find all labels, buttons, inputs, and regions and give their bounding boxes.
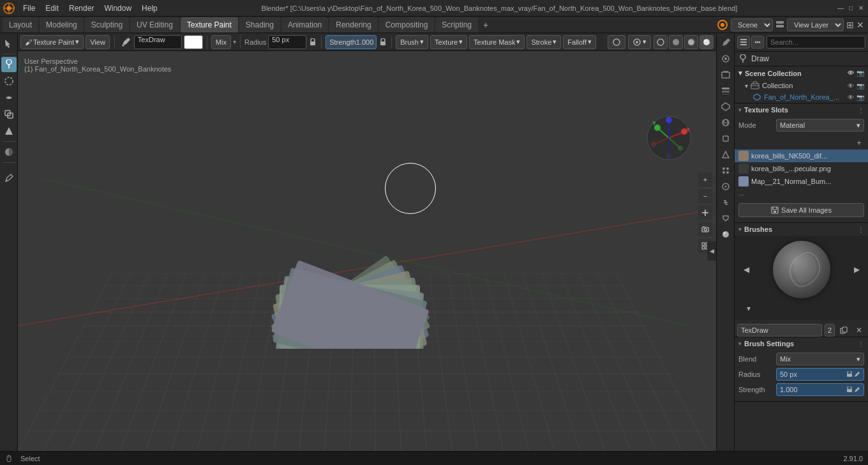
tab-uv-editing[interactable]: UV Editing	[130, 17, 179, 33]
properties-particles-icon[interactable]	[719, 164, 733, 178]
fullscreen-button[interactable]: ✕	[857, 20, 864, 30]
texture-slots-more-icon[interactable]: ⋮	[858, 107, 864, 114]
brushes-more-icon[interactable]: ⋮	[858, 226, 864, 233]
brushes-header[interactable]: ▾ Brushes ⋮	[735, 223, 868, 236]
brush-copy-button[interactable]	[837, 324, 850, 337]
brush-name-input[interactable]: TexDraw	[134, 35, 182, 49]
maximize-button[interactable]: □	[846, 4, 855, 13]
properties-data-icon[interactable]	[719, 211, 733, 225]
menu-help[interactable]: Help	[137, 3, 163, 14]
camera-button[interactable]	[698, 222, 712, 236]
properties-world-icon[interactable]	[719, 116, 733, 130]
outliner-eye-icon[interactable]: 👁	[848, 70, 854, 77]
tab-scripting[interactable]: Scripting	[435, 17, 478, 33]
properties-constraints-icon[interactable]	[719, 195, 733, 210]
brush-arrow-left-button[interactable]: ◀	[740, 263, 752, 276]
tab-sculpting[interactable]: Sculpting	[85, 17, 129, 33]
smear-tool-button[interactable]	[1, 90, 17, 105]
blend-mode-button[interactable]: Mix	[211, 35, 231, 49]
tab-compositing[interactable]: Compositing	[379, 17, 435, 33]
properties-material-icon[interactable]	[719, 227, 733, 241]
brush-expand-button[interactable]: ▾	[742, 302, 755, 315]
brush-name-display[interactable]: TexDraw	[737, 324, 822, 337]
texture-paint-mode-button[interactable]: 🖌 Texture Paint ▾	[20, 35, 84, 49]
brush-settings-header[interactable]: ▾ Brush Settings ⋮	[735, 337, 868, 350]
panel-search-input[interactable]	[767, 36, 865, 49]
draw-tool-button[interactable]	[1, 57, 17, 72]
overlay-button[interactable]: ▾	[628, 35, 651, 49]
strength-value-settings[interactable]: 1.000	[776, 383, 864, 396]
add-workspace-button[interactable]: +	[479, 19, 492, 31]
properties-output-icon[interactable]	[719, 68, 733, 82]
fill-tool-button[interactable]	[1, 123, 17, 139]
object-eye-icon[interactable]: 👁	[848, 94, 854, 101]
add-slot-button[interactable]: +	[854, 138, 864, 148]
strength-value[interactable]: 1.000	[356, 38, 374, 46]
texture-mask-button[interactable]: Texture Mask ▾	[469, 35, 525, 49]
solid-shading-button[interactable]	[669, 35, 683, 49]
falloff-button[interactable]: Falloff ▾	[563, 35, 596, 49]
properties-physics-icon[interactable]	[719, 179, 733, 194]
panel-list-view-button[interactable]	[737, 36, 750, 49]
tab-animation[interactable]: Animation	[281, 17, 328, 33]
brush-arrow-right-button[interactable]: ▶	[850, 263, 863, 276]
view-layer-selector[interactable]: View Layer	[787, 19, 844, 31]
object-item[interactable]: Fan_of_North_Korea_... 👁 📷	[735, 91, 868, 103]
brush-selector-button[interactable]: Brush ▾	[396, 35, 428, 49]
zoom-out-button[interactable]: −	[698, 189, 712, 203]
zoom-in-button[interactable]: +	[698, 172, 712, 187]
properties-view-layer-icon[interactable]	[719, 84, 733, 98]
tab-rendering[interactable]: Rendering	[329, 17, 377, 33]
blender-logo-icon[interactable]	[0, 0, 18, 17]
menu-render[interactable]: Render	[64, 3, 99, 14]
navigation-widget[interactable]: X Y Z	[646, 115, 692, 161]
tab-modeling[interactable]: Modeling	[40, 17, 84, 33]
menu-file[interactable]: File	[18, 3, 40, 14]
properties-scene-icon[interactable]	[719, 100, 733, 114]
stroke-button[interactable]: Stroke ▾	[527, 35, 561, 49]
viewport[interactable]: User Perspective (1) Fan_of_North_Korea_…	[18, 51, 716, 451]
properties-active-tool-icon[interactable]	[719, 36, 733, 50]
save-all-images-button[interactable]: Save All Images	[738, 203, 864, 217]
annotate-tool-button[interactable]	[1, 171, 17, 186]
scene-collection-header[interactable]: ▾ Scene Collection 👁 📷	[735, 66, 868, 80]
texture-slot-2[interactable]: korea_bills_...pecular.png	[735, 162, 868, 175]
material-shading-button[interactable]	[684, 35, 698, 49]
texture-slot-1[interactable]: korea_bills_NK500_dif...	[735, 149, 868, 162]
tab-shading[interactable]: Shading	[239, 17, 280, 33]
mode-value[interactable]: Material ▾	[776, 119, 864, 132]
close-button[interactable]: ✕	[857, 4, 865, 13]
select-tool-button[interactable]	[1, 36, 17, 51]
wireframe-shading-button[interactable]	[654, 35, 668, 49]
menu-window[interactable]: Window	[99, 3, 137, 14]
brush-delete-button[interactable]: ✕	[853, 324, 865, 337]
radius-value-settings[interactable]: 50 px	[776, 368, 864, 381]
soften-tool-button[interactable]	[1, 73, 17, 89]
properties-render-icon[interactable]	[719, 52, 733, 66]
strength-lock-icon[interactable]	[378, 38, 387, 47]
collection-eye-icon[interactable]: 👁	[848, 82, 854, 89]
panel-options-button[interactable]	[751, 36, 764, 49]
viewport-shading-button[interactable]	[608, 35, 625, 49]
color-swatch[interactable]	[184, 35, 203, 49]
texture-selector-button[interactable]: Texture ▾	[430, 35, 467, 49]
minimize-button[interactable]: —	[836, 4, 845, 13]
tab-texture-paint[interactable]: Texture Paint	[181, 17, 238, 33]
texture-slot-3[interactable]: Map__21_Normal_Bum...	[735, 175, 868, 188]
properties-object-icon[interactable]	[719, 132, 733, 146]
rendered-shading-button[interactable]	[700, 35, 714, 49]
menu-edit[interactable]: Edit	[40, 3, 64, 14]
toggle-right-panel-button[interactable]: ◀	[707, 241, 716, 261]
tab-layout[interactable]: Layout	[3, 17, 38, 33]
mask-tool-button[interactable]	[1, 144, 17, 160]
collection-camera-icon[interactable]: 📷	[857, 82, 864, 89]
texture-slots-header[interactable]: ▾ Texture Slots ⋮	[735, 103, 868, 116]
clone-tool-button[interactable]	[1, 107, 17, 122]
scene-selector[interactable]: Scene	[731, 19, 773, 31]
window-options-button[interactable]: ⊞	[846, 20, 854, 30]
properties-modifiers-icon[interactable]	[719, 148, 733, 162]
collection-item[interactable]: ▾ Collection 👁 📷	[735, 80, 868, 91]
view-menu-button[interactable]: View	[86, 35, 110, 49]
radius-input[interactable]: 50 px	[268, 35, 306, 49]
pan-button[interactable]	[698, 206, 712, 220]
